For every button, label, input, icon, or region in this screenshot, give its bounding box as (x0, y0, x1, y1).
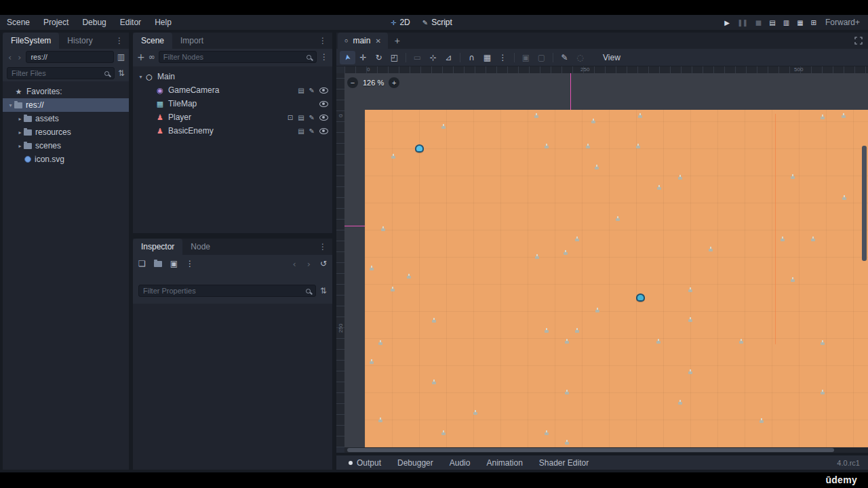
menu-editor[interactable]: Editor (113, 15, 148, 30)
forward-icon[interactable]: › (16, 52, 22, 62)
menu-debug[interactable]: Debug (75, 15, 113, 30)
inspector-menu-icon[interactable]: ⋮ (313, 239, 332, 255)
vertical-scrollbar[interactable] (862, 146, 867, 261)
play-custom-scene-button[interactable]: ▥ (783, 19, 789, 26)
history-back-icon[interactable]: ‹ (292, 259, 298, 269)
fs-item-scenes[interactable]: ▸scenes (3, 139, 129, 152)
filesystem-tab-filesystem[interactable]: FileSystem (3, 33, 59, 49)
zoom-out-button[interactable]: − (347, 77, 358, 88)
chevron-down-icon[interactable]: ▾ (7, 102, 14, 108)
enemy-sprite[interactable] (636, 293, 645, 302)
scene-tree-menu-icon[interactable]: ⋮ (320, 53, 328, 61)
scene-menu-icon[interactable]: ⋮ (313, 33, 332, 49)
move-tool[interactable]: ✛ (355, 51, 371, 64)
play-scene-button[interactable]: ▤ (769, 19, 774, 26)
filter-files-input[interactable] (7, 67, 115, 79)
instance-scene-button[interactable]: ∞ (149, 53, 155, 61)
group-toggle[interactable]: ✎ (557, 51, 572, 64)
chevron-down-icon[interactable]: ▾ (137, 74, 144, 80)
workspace-script[interactable]: ✎Script (422, 18, 452, 27)
canvas-viewport[interactable]: − 126 % + (344, 73, 868, 447)
smart-snap-toggle[interactable]: ∩ (464, 51, 479, 64)
scene-tab-scene[interactable]: Scene (133, 33, 172, 49)
history-icon[interactable]: ↺ (320, 259, 327, 268)
slot-icon[interactable]: ⊡ (288, 114, 293, 121)
rotate-tool[interactable]: ↻ (371, 51, 387, 64)
list-select-tool[interactable]: ▭ (410, 51, 425, 64)
split-view-icon[interactable]: ▥ (117, 53, 125, 61)
lock-toggle[interactable]: ▣ (518, 51, 534, 64)
inspector-tab-node[interactable]: Node (182, 239, 218, 255)
new-resource-icon[interactable]: ❏ (138, 259, 146, 268)
chevron-right-icon[interactable]: ▸ (16, 143, 24, 149)
menu-scene[interactable]: Scene (0, 15, 37, 30)
filter-properties-input[interactable] (138, 285, 316, 297)
workspace-2d[interactable]: ✛2D (391, 18, 410, 27)
scene-node-gamecamera[interactable]: ◉GameCamera▤✎ (133, 83, 332, 97)
renderer-selector[interactable]: Forward+ (825, 18, 860, 27)
inspector-tab-inspector[interactable]: Inspector (133, 239, 182, 255)
chevron-right-icon[interactable]: ▸ (16, 129, 24, 136)
resource-menu-icon[interactable]: ⋮ (186, 259, 194, 268)
property-sort-icon[interactable]: ⇅ (320, 287, 327, 295)
scene-node-basicenemy[interactable]: ♟BasicEnemy▤✎ (133, 124, 332, 138)
fs-item-assets[interactable]: ▸assets (3, 112, 129, 125)
menu-help[interactable]: Help (148, 15, 178, 30)
run-instances-button[interactable]: ⊞ (811, 19, 816, 26)
player-sprite[interactable] (415, 144, 424, 152)
film-icon[interactable]: ▤ (298, 87, 304, 94)
scene-node-main[interactable]: ▾○Main (133, 70, 332, 83)
bottom-tab-animation[interactable]: Animation (478, 455, 530, 470)
film-icon[interactable]: ▤ (298, 127, 304, 135)
scene-node-tilemap[interactable]: ▦TileMap (133, 97, 332, 110)
view-menu[interactable]: View (597, 53, 626, 62)
pause-button[interactable]: ❚❚ (737, 19, 747, 26)
fs-item-res[interactable]: ▾res:// (3, 98, 129, 112)
fs-item-resources[interactable]: ▸resources (3, 125, 129, 139)
path-input[interactable] (26, 51, 113, 63)
visibility-icon[interactable] (319, 101, 328, 107)
history-forward-icon[interactable]: › (306, 259, 312, 269)
snap-options-menu[interactable]: ⋮ (495, 51, 511, 64)
bottom-tab-shader-editor[interactable]: Shader Editor (531, 455, 597, 470)
add-scene-tab-button[interactable]: + (388, 35, 407, 46)
load-resource-icon[interactable] (154, 261, 162, 267)
unlock-toggle[interactable]: ▢ (534, 51, 549, 64)
menu-project[interactable]: Project (37, 15, 75, 30)
visibility-icon[interactable] (319, 115, 328, 121)
save-resource-icon[interactable]: ▣ (170, 259, 178, 268)
skeleton-options[interactable]: ◌ (572, 51, 588, 64)
zoom-level[interactable]: 126 % (363, 79, 384, 87)
filesystem-menu-icon[interactable]: ⋮ (110, 33, 129, 49)
fs-item-favorites[interactable]: ★Favorites: (3, 85, 129, 98)
grid-snap-toggle[interactable]: ▦ (479, 51, 495, 64)
ruler-tool[interactable]: ⊿ (441, 51, 456, 64)
distraction-free-icon[interactable] (854, 37, 863, 45)
back-icon[interactable]: ‹ (7, 52, 13, 62)
zoom-in-button[interactable]: + (389, 77, 399, 88)
tilemap-canvas[interactable] (365, 110, 868, 447)
movie-mode-button[interactable]: ▦ (797, 19, 802, 26)
stop-button[interactable]: ■ (755, 19, 761, 26)
play-button[interactable]: ▶ (724, 19, 729, 26)
scene-tab-import[interactable]: Import (172, 33, 212, 49)
script-icon[interactable]: ✎ (309, 114, 315, 121)
filter-nodes-input[interactable] (159, 51, 317, 63)
fs-item-icon-svg[interactable]: icon.svg (3, 152, 129, 166)
select-tool[interactable]: ➤ (340, 51, 355, 64)
visibility-icon[interactable] (319, 87, 328, 94)
pan-tool[interactable]: ⊹ (425, 51, 441, 64)
script-icon[interactable]: ✎ (309, 127, 315, 135)
script-icon[interactable]: ✎ (309, 87, 315, 94)
scene-node-player[interactable]: ♟Player⊡▤✎ (133, 110, 332, 124)
horizontal-scrollbar[interactable] (347, 448, 834, 452)
scale-tool[interactable]: ◰ (387, 51, 402, 64)
filesystem-tab-history[interactable]: History (59, 33, 100, 49)
chevron-right-icon[interactable]: ▸ (16, 116, 24, 122)
bottom-tab-audio[interactable]: Audio (441, 455, 479, 470)
visibility-icon[interactable] (319, 128, 328, 134)
bottom-tab-debugger[interactable]: Debugger (389, 455, 441, 470)
scene-tab-main[interactable]: ○ main ✕ (338, 33, 388, 49)
add-node-button[interactable]: + (137, 52, 145, 62)
film-icon[interactable]: ▤ (298, 114, 304, 121)
